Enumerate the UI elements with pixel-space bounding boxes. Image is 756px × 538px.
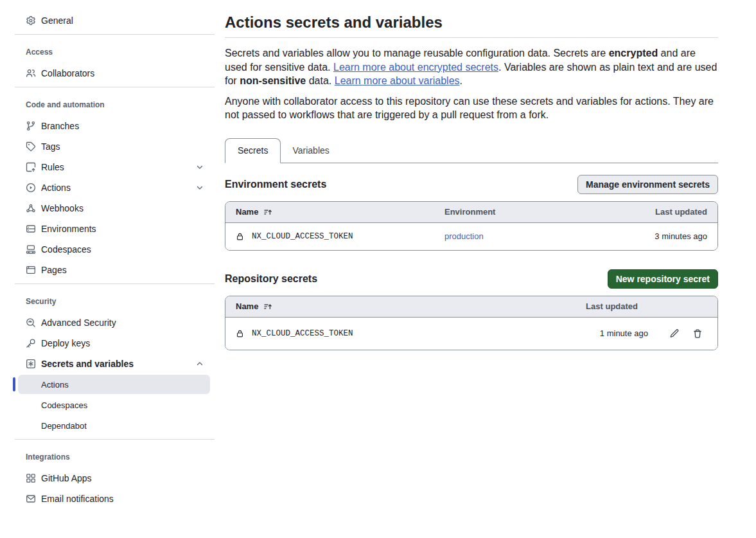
table-row: NX_CLOUD_ACCESS_TOKEN 1 minute ago [225, 318, 717, 350]
column-label: Name [236, 301, 258, 311]
table-header-row: Name Environment Last updated [225, 202, 717, 223]
sidebar-item-label: Deploy keys [41, 338, 90, 348]
collaborator-access-paragraph: Anyone with collaborator access to this … [225, 94, 718, 122]
sidebar-item-label: Collaborators [41, 68, 94, 78]
sidebar-subitem-label: Dependabot [41, 421, 87, 431]
sidebar-item-label: Email notifications [41, 494, 114, 504]
sidebar-item-advanced-security[interactable]: Advanced Security [0, 312, 215, 333]
table-row: NX_CLOUD_ACCESS_TOKEN production 3 minut… [225, 223, 717, 250]
chevron-down-icon [195, 163, 204, 172]
sidebar-item-collaborators[interactable]: Collaborators [0, 63, 215, 84]
environment-link[interactable]: production [444, 231, 484, 241]
git-branch-icon [26, 121, 36, 131]
sidebar-item-label: Advanced Security [41, 318, 116, 328]
sidebar-subitem-label: Codespaces [41, 400, 87, 410]
sidebar-item-pages[interactable]: Pages [0, 260, 215, 280]
divider [15, 283, 215, 284]
active-indicator [13, 377, 15, 391]
tab-variables[interactable]: Variables [281, 138, 340, 163]
secret-name-cell: NX_CLOUD_ACCESS_TOKEN [225, 329, 513, 338]
tab-secrets[interactable]: Secrets [225, 138, 281, 163]
column-header-last-updated: Last updated [579, 207, 717, 217]
new-repository-secret-button[interactable]: New repository secret [608, 269, 718, 289]
rules-icon [26, 162, 36, 172]
environment-secrets-header: Environment secrets Manage environment s… [225, 175, 718, 194]
sidebar-item-label: Codespaces [41, 244, 91, 255]
column-header-last-updated: Last updated [513, 301, 648, 311]
page-title: Actions secrets and variables [225, 13, 718, 31]
sort-ascending-icon [263, 208, 272, 217]
codescan-icon [26, 318, 36, 328]
sidebar-subitem-codespaces[interactable]: Codespaces [0, 395, 215, 415]
link-encrypted-secrets[interactable]: Learn more about encrypted secrets [333, 62, 498, 73]
play-icon [26, 183, 36, 193]
delete-secret-button[interactable] [692, 328, 703, 339]
sidebar-item-general[interactable]: General [0, 10, 215, 31]
divider [15, 439, 215, 440]
sidebar-item-rules[interactable]: Rules [0, 157, 215, 177]
chevron-down-icon [195, 183, 204, 192]
sidebar-item-label: Actions [41, 183, 71, 193]
gear-icon [26, 15, 36, 26]
last-updated-cell: 1 minute ago [513, 328, 648, 338]
title-divider [225, 37, 718, 38]
sidebar-item-github-apps[interactable]: GitHub Apps [0, 468, 215, 489]
sidebar-section-security: Security [0, 297, 215, 306]
sort-ascending-icon [263, 302, 272, 311]
webhook-icon [26, 203, 36, 213]
environment-secrets-heading: Environment secrets [225, 179, 326, 190]
intro-text: . [460, 75, 462, 86]
sidebar-item-label: General [41, 15, 73, 26]
sidebar-item-webhooks[interactable]: Webhooks [0, 198, 215, 219]
intro-bold-non-sensitive: non-sensitive [240, 75, 306, 86]
intro-text: data. [306, 75, 334, 86]
sidebar-item-tags[interactable]: Tags [0, 136, 215, 157]
secret-name: NX_CLOUD_ACCESS_TOKEN [252, 329, 353, 338]
codespaces-icon [26, 244, 36, 255]
column-header-environment: Environment [434, 207, 579, 217]
sidebar-item-label: Pages [41, 265, 67, 275]
browser-icon [26, 265, 36, 275]
column-header-name[interactable]: Name [225, 207, 434, 217]
lock-icon [236, 232, 244, 241]
tag-icon [26, 141, 36, 152]
trash-icon [692, 328, 703, 339]
sidebar-subitem-actions[interactable]: Actions [18, 375, 210, 394]
sidebar-item-email-notifications[interactable]: Email notifications [0, 489, 215, 509]
sidebar-item-branches[interactable]: Branches [0, 116, 215, 136]
settings-main-content: Actions secrets and variables Secrets an… [225, 0, 718, 350]
secret-name-cell: NX_CLOUD_ACCESS_TOKEN [225, 232, 434, 241]
mail-icon [26, 494, 36, 504]
manage-environment-secrets-button[interactable]: Manage environment secrets [577, 175, 718, 194]
divider [15, 34, 215, 35]
repository-secrets-header: Repository secrets New repository secret [225, 269, 718, 289]
sidebar-item-environments[interactable]: Environments [0, 219, 215, 239]
people-icon [26, 68, 36, 78]
lock-icon [236, 329, 244, 338]
sidebar-item-codespaces[interactable]: Codespaces [0, 239, 215, 260]
server-icon [26, 224, 36, 234]
secrets-variables-tabnav: Secrets Variables [225, 138, 718, 163]
sidebar-section-access: Access [0, 48, 215, 57]
repository-secrets-heading: Repository secrets [225, 273, 317, 285]
key-icon [26, 338, 36, 348]
sidebar-item-label: GitHub Apps [41, 473, 92, 483]
link-variables[interactable]: Learn more about variables [335, 75, 460, 86]
repository-secrets-table: Name Last updated NX_CL [225, 296, 718, 350]
sidebar-item-actions[interactable]: Actions [0, 177, 215, 198]
intro-text: Secrets and variables allow you to manag… [225, 48, 609, 58]
last-updated-cell: 3 minutes ago [579, 231, 717, 241]
environment-secrets-table: Name Environment Last updated [225, 201, 718, 251]
sidebar-item-secrets-and-variables[interactable]: Secrets and variables [0, 354, 215, 374]
sidebar-item-label: Secrets and variables [41, 359, 134, 369]
sidebar-subitem-dependabot[interactable]: Dependabot [0, 415, 215, 436]
sidebar-item-deploy-keys[interactable]: Deploy keys [0, 333, 215, 354]
secret-name: NX_CLOUD_ACCESS_TOKEN [252, 232, 353, 241]
column-header-name[interactable]: Name [225, 301, 513, 311]
table-header-row: Name Last updated [225, 296, 717, 318]
sidebar-item-label: Environments [41, 224, 96, 234]
intro-paragraph: Secrets and variables allow you to manag… [225, 46, 718, 88]
edit-secret-button[interactable] [669, 328, 680, 339]
sidebar-section-integrations: Integrations [0, 453, 215, 462]
sidebar-item-label: Tags [41, 141, 60, 152]
